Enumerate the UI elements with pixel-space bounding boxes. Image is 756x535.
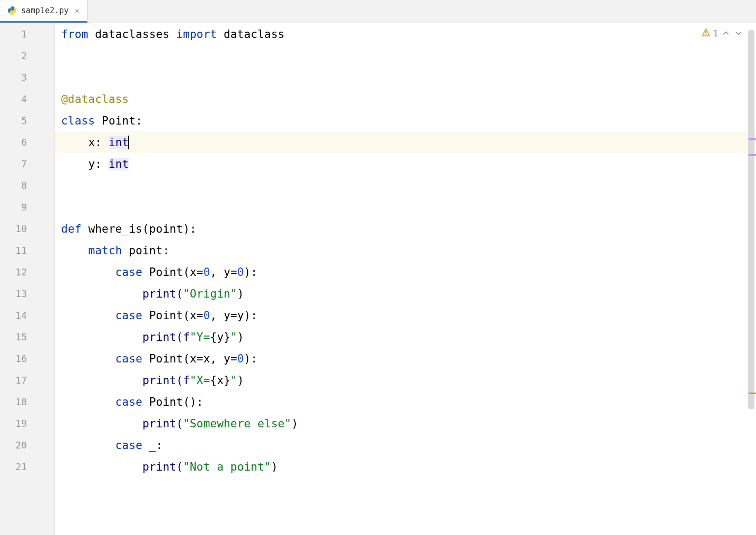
code-line[interactable] (55, 45, 756, 66)
line-number: 19 (0, 413, 54, 434)
marker-highlight[interactable] (749, 154, 756, 156)
line-number: 1 (0, 23, 54, 45)
code-line[interactable]: def where_is(point): (55, 218, 756, 240)
tab-label: sample2.py (21, 6, 69, 15)
code-line[interactable]: print(f"Y={y}") (55, 326, 756, 348)
code-area[interactable]: 1 from dataclasses import dataclass @dat… (55, 23, 756, 535)
line-number: 4 (0, 88, 54, 110)
line-number: 17 (0, 369, 54, 391)
line-number: 7 (0, 153, 54, 175)
line-number: 3 (0, 66, 54, 88)
code-line[interactable]: case Point(x=0, y=y): (55, 304, 756, 326)
line-number: 2 (0, 45, 54, 66)
code-line[interactable] (55, 196, 756, 218)
line-number: 6 (0, 131, 54, 153)
code-line[interactable]: class Point: (55, 110, 756, 131)
scrollbar-thumb[interactable] (748, 30, 754, 409)
marker-caret[interactable] (749, 138, 756, 140)
tab-bar: sample2.py ✕ (0, 0, 756, 23)
line-number: 12 (0, 261, 54, 283)
code-line[interactable] (55, 66, 756, 88)
line-number: 15 (0, 326, 54, 348)
code-line[interactable]: print("Origin") (55, 283, 756, 304)
marker-warning[interactable] (749, 393, 756, 394)
line-number: 18 (0, 391, 54, 413)
line-number: 16 (0, 348, 54, 369)
code-line[interactable]: case Point(): (55, 391, 756, 413)
code-line[interactable]: y: int (55, 153, 756, 175)
python-file-icon (7, 6, 17, 15)
close-icon[interactable]: ✕ (75, 6, 79, 15)
line-number: 21 (0, 456, 54, 477)
code-line[interactable]: print("Not a point") (55, 456, 756, 477)
code-line[interactable]: print(f"X={x}") (55, 369, 756, 391)
gutter: 1 2 3 4 5 6 7 8 9 10 11 12 13 14 15 16 1… (0, 23, 55, 535)
line-number: 5 (0, 110, 54, 131)
code-line[interactable]: case Point(x=x, y=0): (55, 348, 756, 369)
line-number: 11 (0, 240, 54, 261)
line-number: 9 (0, 196, 54, 218)
code-line[interactable]: case _: (55, 434, 756, 456)
code-line[interactable] (55, 175, 756, 196)
line-number: 10 (0, 218, 54, 240)
code-line[interactable]: case Point(x=0, y=0): (55, 261, 756, 283)
editor-tab-sample2[interactable]: sample2.py ✕ (0, 0, 88, 23)
line-number: 13 (0, 283, 54, 304)
line-number: 14 (0, 304, 54, 326)
code-line[interactable]: match point: (55, 240, 756, 261)
code-line[interactable]: print("Somewhere else") (55, 413, 756, 434)
line-number: 8 (0, 175, 54, 196)
line-number: 20 (0, 434, 54, 456)
code-line-current[interactable]: x: int (55, 131, 756, 153)
scrollbar[interactable] (748, 30, 754, 420)
code-line[interactable]: from dataclasses import dataclass (55, 23, 756, 45)
text-cursor (128, 136, 129, 149)
code-line[interactable]: @dataclass (55, 88, 756, 110)
editor-area: 1 2 3 4 5 6 7 8 9 10 11 12 13 14 15 16 1… (0, 23, 756, 535)
